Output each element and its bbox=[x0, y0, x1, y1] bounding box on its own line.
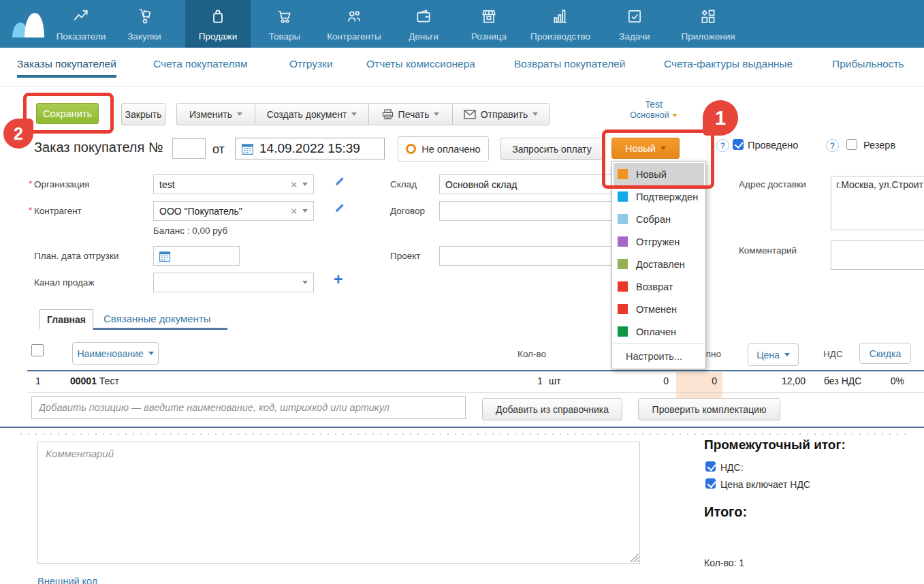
comment-input[interactable] bbox=[831, 240, 924, 270]
add-position-input[interactable] bbox=[31, 396, 466, 419]
tab-main[interactable]: Главная bbox=[39, 309, 93, 329]
order-datetime-value: 14.09.2022 15:39 bbox=[259, 141, 360, 156]
chevron-down-icon bbox=[351, 112, 357, 116]
send-button[interactable]: Отправить bbox=[452, 103, 549, 125]
close-button[interactable]: Закрыть bbox=[121, 103, 165, 125]
request-payment-button[interactable]: Запросить оплату bbox=[500, 138, 603, 160]
nav-item-sales[interactable]: Продажи bbox=[185, 0, 251, 48]
status-option-shipped[interactable]: Отгружен bbox=[614, 230, 704, 253]
status-dropdown-menu: Новый Подтвержден Собран Отгружен Достав… bbox=[611, 161, 706, 369]
sales-channel-input[interactable] bbox=[153, 273, 314, 292]
nav-item-purchases[interactable]: Закупки bbox=[117, 0, 172, 48]
nav-item-money[interactable]: Деньги bbox=[396, 0, 451, 48]
column-name-button[interactable]: Наименование bbox=[72, 342, 159, 365]
row-name[interactable]: 00001 Тест bbox=[70, 375, 119, 386]
tab-profitability[interactable]: Прибыльность bbox=[832, 58, 904, 70]
status-option-label: Возврат bbox=[636, 281, 673, 292]
section-tabs: Заказы покупателей Счета покупателям Отг… bbox=[0, 48, 924, 87]
order-datetime-input[interactable]: 14.09.2022 15:39 bbox=[235, 138, 385, 159]
menu-separator bbox=[614, 343, 704, 344]
status-color-swatch bbox=[618, 191, 628, 202]
order-comment-input[interactable] bbox=[37, 442, 640, 564]
account-selector[interactable]: Test Основной bbox=[613, 99, 695, 120]
posted-checkbox[interactable] bbox=[733, 139, 744, 150]
status-option-delivered[interactable]: Доставлен bbox=[614, 253, 704, 275]
ship-date-input[interactable] bbox=[153, 246, 240, 266]
people-icon bbox=[345, 7, 363, 25]
select-all-checkbox[interactable] bbox=[31, 344, 44, 356]
tab-customer-invoices[interactable]: Счета покупателям bbox=[153, 58, 248, 70]
counterparty-input[interactable]: ООО "Покупатель" × bbox=[153, 201, 314, 221]
nav-item-apps[interactable]: Приложения bbox=[673, 0, 744, 48]
column-discount-button[interactable]: Скидка bbox=[859, 343, 911, 364]
chevron-down-icon[interactable] bbox=[302, 209, 308, 213]
edit-label: Изменить bbox=[189, 109, 232, 120]
nav-item-retail[interactable]: Розница bbox=[460, 0, 517, 48]
column-vat-label: НДС bbox=[823, 349, 843, 359]
status-configure-item[interactable]: Настроить... bbox=[614, 345, 704, 367]
nav-item-goods[interactable]: Товары bbox=[257, 0, 312, 48]
chevron-down-icon[interactable] bbox=[302, 183, 308, 186]
create-document-button[interactable]: Создать документ bbox=[255, 103, 369, 125]
help-icon[interactable]: ? bbox=[826, 139, 839, 152]
send-label: Отправить bbox=[481, 109, 528, 120]
warehouse-input[interactable]: Основной склад bbox=[439, 174, 618, 194]
unpaid-ring-icon bbox=[406, 144, 416, 154]
print-button[interactable]: Печать bbox=[368, 103, 453, 125]
nav-item-tasks[interactable]: Задачи bbox=[607, 0, 662, 48]
tab-commissioner-reports[interactable]: Отчеты комиссионера bbox=[366, 58, 475, 70]
resize-grip[interactable] bbox=[631, 554, 639, 562]
contract-input[interactable] bbox=[439, 201, 618, 221]
row-qty[interactable]: 1 bbox=[509, 375, 543, 386]
row-available: 0 bbox=[690, 375, 717, 386]
status-color-swatch bbox=[618, 326, 628, 337]
required-mark: * bbox=[29, 205, 32, 215]
tab-customer-orders[interactable]: Заказы покупателей bbox=[17, 58, 116, 70]
edit-pencil-icon[interactable] bbox=[334, 176, 345, 187]
moysklad-logo[interactable] bbox=[9, 8, 51, 39]
row-discount[interactable]: 0% bbox=[877, 375, 904, 386]
payment-status: Не оплачено bbox=[398, 136, 489, 162]
tab-shipments[interactable]: Отгрузки bbox=[289, 58, 333, 70]
add-from-catalog-button[interactable]: Добавить из справочника bbox=[482, 398, 622, 420]
vat-label: НДС: bbox=[720, 462, 744, 473]
order-number-input[interactable] bbox=[172, 138, 206, 159]
tab-customer-returns[interactable]: Возвраты покупателей bbox=[514, 58, 625, 70]
delivery-address-input[interactable]: г.Москва, ул.Строит bbox=[831, 176, 924, 230]
project-input[interactable] bbox=[439, 246, 618, 266]
wallet-icon bbox=[415, 7, 432, 25]
external-code-link[interactable]: Внешний код bbox=[37, 576, 97, 584]
annotation-box-status bbox=[602, 129, 714, 189]
price-includes-vat-checkbox[interactable] bbox=[705, 478, 716, 489]
status-option-return[interactable]: Возврат bbox=[614, 275, 704, 298]
reserve-checkbox[interactable] bbox=[846, 139, 857, 150]
status-option-canceled[interactable]: Отменен bbox=[614, 298, 704, 320]
nav-item-counterparties[interactable]: Контрагенты bbox=[317, 0, 392, 48]
table-header-line bbox=[27, 370, 924, 371]
status-option-paid[interactable]: Оплачен bbox=[614, 320, 704, 343]
status-option-assembled[interactable]: Собран bbox=[614, 208, 704, 230]
subtotal-title: Промежуточный итог: bbox=[704, 437, 846, 452]
tab-issued-invoices[interactable]: Счета-фактуры выданные bbox=[664, 58, 793, 70]
clear-icon[interactable]: × bbox=[291, 205, 297, 217]
status-option-label: Оплачен bbox=[636, 326, 676, 337]
row-price[interactable]: 12,00 bbox=[765, 375, 806, 386]
vat-checkbox[interactable] bbox=[705, 461, 716, 472]
tab-linked-documents[interactable]: Связанные документы bbox=[103, 313, 211, 324]
organization-input[interactable]: test × bbox=[153, 174, 314, 194]
annotation-box-save bbox=[23, 93, 114, 134]
nav-item-indicators[interactable]: Показатели bbox=[50, 0, 112, 48]
help-icon[interactable]: ? bbox=[716, 139, 729, 152]
check-kit-button[interactable]: Проверить комплектацию bbox=[638, 398, 780, 420]
add-channel-button[interactable]: + bbox=[334, 273, 342, 286]
edit-pencil-icon[interactable] bbox=[334, 202, 345, 214]
warehouse-label: Склад bbox=[390, 179, 417, 189]
edit-button[interactable]: Изменить bbox=[176, 103, 255, 125]
clear-icon[interactable]: × bbox=[291, 179, 297, 190]
nav-item-production[interactable]: Производство bbox=[521, 0, 600, 48]
status-option-label: Собран bbox=[636, 214, 671, 225]
column-price-button[interactable]: Цена bbox=[748, 343, 799, 366]
row-vat[interactable]: без НДС bbox=[824, 375, 861, 386]
chevron-down-icon[interactable] bbox=[302, 281, 308, 284]
cart-icon bbox=[276, 7, 293, 25]
